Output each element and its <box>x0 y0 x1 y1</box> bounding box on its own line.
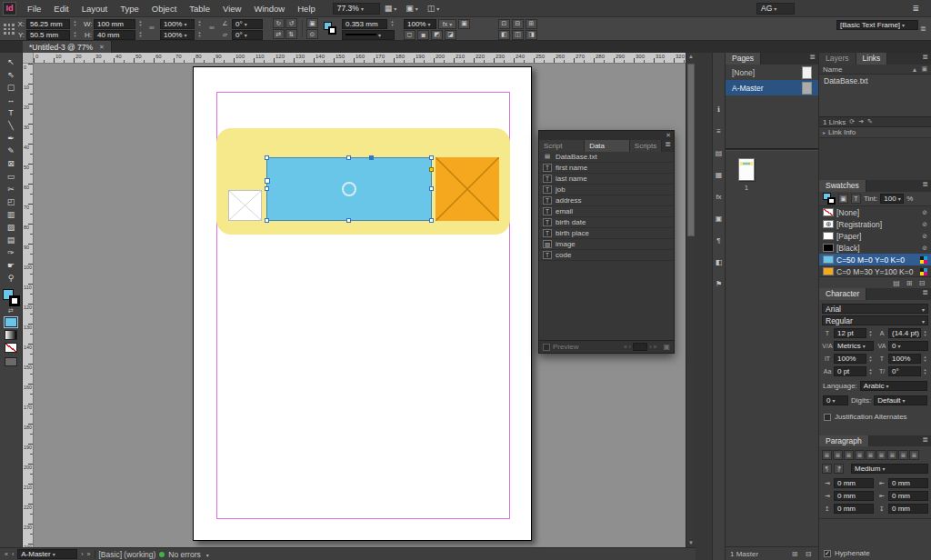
selection-handle[interactable] <box>265 186 269 191</box>
stroke-proxy[interactable] <box>328 26 336 35</box>
tool-button[interactable]: ▢ <box>2 81 21 94</box>
first-page-icon[interactable]: « <box>5 551 8 557</box>
selection-handle[interactable] <box>346 155 351 160</box>
hyphenate-checkbox[interactable]: ✓ <box>824 550 831 557</box>
swatch-row[interactable]: C=50 M=0 Y=0 K=0 ⊘ <box>819 254 931 265</box>
vertical-scrollbar[interactable]: ▲ ▼ <box>686 53 696 547</box>
preflight-profile-label[interactable]: [Basic] (working) <box>99 550 156 559</box>
master-page-row[interactable]: A-Master <box>726 80 818 95</box>
paragraph-align-button[interactable]: ≣ <box>866 450 876 460</box>
left-indent-field[interactable]: 0 mm <box>834 478 874 488</box>
selection-handle[interactable] <box>429 186 434 191</box>
last-line-indent-field[interactable]: 0 mm <box>888 491 928 501</box>
merge-field-row[interactable]: T birth date <box>539 217 674 228</box>
links-panel-menu-icon[interactable]: ≣ <box>919 53 931 65</box>
paragraph-align-button[interactable]: ≣ <box>833 450 843 460</box>
scroll-down-icon[interactable]: ▼ <box>686 539 696 547</box>
tool-button[interactable]: ▥ <box>2 208 21 221</box>
merge-field-row[interactable]: T email <box>539 206 674 217</box>
shear-angle-field[interactable]: 0° <box>232 30 263 40</box>
first-record-icon[interactable]: « <box>624 344 627 350</box>
tool-button[interactable]: ⚲ <box>2 272 21 285</box>
paragraph-align-button[interactable]: ≣ <box>909 450 919 460</box>
swap-fill-stroke-icon[interactable]: ⇄ <box>8 307 14 315</box>
collapsed-panel-icon[interactable]: ℹ <box>714 104 725 115</box>
width-field[interactable]: 100 mm <box>94 19 135 29</box>
workspace-switcher-dropdown[interactable]: AG <box>756 3 795 15</box>
drop-shadow-button[interactable]: ▣ <box>458 19 470 29</box>
paragraph-align-button[interactable]: ≣ <box>855 450 865 460</box>
stroke-swatch[interactable] <box>827 197 836 205</box>
tool-button[interactable]: ⇖ <box>2 68 21 81</box>
paragraph-align-button[interactable]: ≣ <box>876 450 886 460</box>
y-field[interactable]: 50.5 mm <box>26 30 70 40</box>
collapsed-panel-icon[interactable]: ▣ <box>714 213 725 224</box>
previous-page-icon[interactable]: ‹ <box>12 551 14 557</box>
collapsed-panel-icon[interactable]: ≡ <box>714 125 725 136</box>
rotation-angle-field[interactable]: 0° <box>232 19 263 29</box>
tab-scripts[interactable]: Scripts <box>630 140 662 152</box>
selection-handle[interactable] <box>265 155 269 160</box>
delete-swatch-icon[interactable]: ⊟ <box>916 278 927 288</box>
view-options-icon[interactable]: ▦ <box>380 2 402 15</box>
wrap-object-shape-button[interactable]: ◩ <box>431 30 443 40</box>
horizontal-scale-field[interactable]: 100% <box>888 354 921 364</box>
new-swatch-icon[interactable]: ⊞ <box>904 278 915 288</box>
first-line-indent-field[interactable]: 0 mm <box>834 491 874 501</box>
screen-mode-button[interactable] <box>5 357 17 366</box>
arrange-documents-icon[interactable]: ◫ <box>423 2 445 15</box>
tool-button[interactable]: ⊠ <box>2 157 21 170</box>
scale-y-stepper[interactable] <box>196 30 203 40</box>
last-page-icon[interactable]: » <box>87 551 91 557</box>
menu-item[interactable]: Window <box>247 0 291 17</box>
content-grabber-icon[interactable] <box>342 182 356 196</box>
character-panel-menu-icon[interactable]: ≣ <box>919 288 931 300</box>
tool-button[interactable]: ↔ <box>2 94 21 106</box>
menu-item[interactable]: Table <box>183 0 216 17</box>
scale-y-field[interactable]: 100% <box>160 30 195 40</box>
x-field[interactable]: 56.25 mm <box>26 19 70 29</box>
selection-handle[interactable] <box>429 155 434 160</box>
close-document-icon[interactable]: ✕ <box>99 44 105 51</box>
ruler-top[interactable]: 0102030405060708090100110120130140150160… <box>34 53 686 64</box>
tracking-dropdown[interactable]: 0 <box>888 341 928 351</box>
ltr-direction-button[interactable]: ¶ <box>822 464 832 474</box>
baseline-shift-field[interactable]: 0 pt <box>834 366 866 376</box>
ruler-left[interactable]: 0102030405060708090100110120130140150160… <box>23 64 34 547</box>
tint-field[interactable]: 100 <box>880 194 904 204</box>
kashida-width-dropdown[interactable]: Medium <box>851 464 928 474</box>
scale-x-stepper[interactable] <box>196 19 203 29</box>
tab-paragraph[interactable]: Paragraph <box>819 435 869 446</box>
tool-button[interactable]: ▭ <box>2 170 21 183</box>
skew-stepper[interactable] <box>922 366 928 376</box>
horizontal-scale-stepper[interactable] <box>922 354 928 364</box>
align-left-edges-button[interactable]: ◧ <box>498 30 510 40</box>
constrain-scale-icon[interactable]: ∞ <box>209 24 215 32</box>
previous-record-icon[interactable]: ‹ <box>629 344 631 350</box>
master-page-thumbnail[interactable] <box>802 66 812 79</box>
tool-button[interactable]: ↖ <box>2 55 21 68</box>
select-container-button[interactable]: ▣ <box>306 18 318 28</box>
swatch-row[interactable]: [Registration] ⊘ <box>819 218 931 230</box>
control-panel-menu-icon[interactable]: ≣ <box>920 25 926 33</box>
scroll-up-icon[interactable]: ▲ <box>686 53 696 61</box>
justification-alternates-checkbox[interactable] <box>824 414 831 421</box>
swatch-row[interactable]: [Paper] ⊘ <box>819 230 931 242</box>
paragraph-align-button[interactable]: ≣ <box>887 450 897 460</box>
tab-layers[interactable]: Layers <box>819 53 856 65</box>
link-info-header[interactable]: Link Info <box>819 127 931 138</box>
update-link-icon[interactable]: ⟳ <box>849 118 855 125</box>
live-corner-widget[interactable] <box>429 167 434 172</box>
paragraph-align-button[interactable]: ≣ <box>844 450 854 460</box>
zoom-level-dropdown[interactable]: 77.3% <box>333 3 380 15</box>
paragraph-align-button[interactable]: ≣ <box>898 450 908 460</box>
stroke-weight-stepper[interactable] <box>389 19 395 29</box>
right-indent-field[interactable]: 0 mm <box>888 478 928 488</box>
digits-dropdown[interactable]: Default <box>874 395 927 405</box>
page-1-thumbnail[interactable] <box>738 158 755 181</box>
delete-page-icon[interactable]: ⊟ <box>803 549 814 559</box>
y-stepper[interactable] <box>72 30 78 40</box>
stroke-type-dropdown[interactable] <box>342 30 395 40</box>
document-tab[interactable]: *Untitled-3 @ 77% ✕ <box>23 41 112 53</box>
skew-field[interactable]: 0° <box>888 366 921 376</box>
